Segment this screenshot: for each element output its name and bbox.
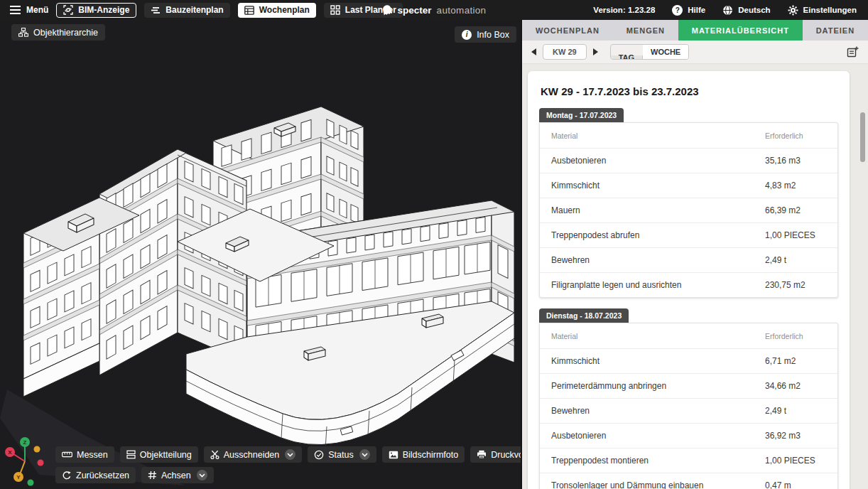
settings-button[interactable]: Einstellungen [788, 5, 857, 16]
printer-icon [477, 450, 487, 459]
info-box-label: Info Box [477, 30, 509, 40]
info-box-button[interactable]: i Info Box [455, 26, 516, 43]
screenshot-icon [389, 451, 398, 459]
table-row: Bewehren2,49 t [540, 399, 837, 424]
chevron-down-icon[interactable] [359, 449, 370, 460]
toolbar-label: Messen [77, 450, 108, 460]
cell-required: 1,00 PIECES [765, 456, 826, 466]
toolbar-label: Achsen [161, 471, 191, 480]
druckvorschau-button[interactable]: Druckvorschau [470, 446, 521, 463]
table-row: Treppenpodest montieren1,00 PIECES [540, 448, 837, 473]
material-table: MaterialErforderlichKimmschicht6,71 m2Pe… [539, 323, 838, 489]
ghost-icon [382, 4, 393, 16]
add-note-button[interactable] [847, 46, 859, 58]
side-panel: WOCHENPLANMENGENMATERIALÜBERSICHTDATEIEN… [521, 20, 868, 489]
table-row: Ausbetonieren36,92 m3 [540, 424, 837, 448]
menu-button[interactable]: Menü [10, 5, 48, 15]
language-label: Deutsch [738, 6, 770, 14]
hierarchy-tree-icon [18, 28, 28, 37]
axes-hash-icon [148, 471, 157, 480]
view-switcher: BIM-AnzeigeBauzeitenplanWochenplanLast P… [56, 3, 403, 18]
tab-wochenplan[interactable]: WOCHENPLAN [522, 20, 613, 41]
cell-required: 0,47 m [765, 480, 826, 489]
cell-required: 2,49 t [765, 406, 826, 416]
objektteilung-button[interactable]: Objektteilung [120, 446, 198, 463]
tab-dateien[interactable]: DATEIEN [803, 20, 868, 41]
nav-wochenplan[interactable]: Wochenplan [238, 3, 316, 18]
nav-bim-anzeige[interactable]: BIM-Anzeige [56, 3, 136, 18]
help-icon: ? [672, 5, 683, 16]
next-week-button[interactable] [593, 48, 598, 55]
cell-material: Kimmschicht [551, 356, 765, 366]
version-label: Version: 1.23.28 [593, 6, 655, 14]
axis-gizmo[interactable]: Z X Y [1, 434, 48, 488]
cell-material: Perimeterdämmung anbringen [551, 381, 765, 391]
brand-name: specter [398, 5, 432, 16]
toolbar-label: Bildschirmfoto [403, 450, 459, 460]
help-button[interactable]: ? Hilfe [672, 5, 705, 16]
language-button[interactable]: Deutsch [722, 5, 770, 16]
nav-label: Bauzeitenplan [166, 5, 223, 15]
nav-bauzeitenplan[interactable]: Bauzeitenplan [144, 3, 229, 18]
table-row: Ausbetonieren35,16 m3 [540, 149, 837, 173]
toggle-woche[interactable]: WOCHE [643, 45, 688, 59]
brand-logo: specter automation [382, 0, 487, 20]
gizmo-x-label: X [8, 449, 12, 456]
cell-material: Tronsolenlager und Dämmung einbauen [551, 480, 765, 489]
viewport-3d[interactable]: Objekthierarchie i Info Box Z X Y Messen… [0, 20, 521, 489]
achsen-button[interactable]: Achsen [141, 467, 214, 483]
grid-2x2-icon [330, 5, 340, 15]
building-model [0, 20, 521, 489]
cell-material: Bewehren [551, 406, 765, 416]
table-row: Kimmschicht4,83 m2 [540, 173, 837, 198]
cell-required: 2,49 t [765, 255, 826, 265]
cell-required: 35,16 m3 [765, 156, 826, 166]
status-button[interactable]: Status [308, 446, 376, 463]
table-row: Treppenpodest abrufen1,00 PIECES [540, 223, 837, 248]
viewport-toolbar: MessenObjektteilungAusschneidenStatusBil… [55, 442, 521, 483]
toolbar-label: Objektteilung [140, 450, 192, 460]
cell-material: Treppenpodest abrufen [551, 230, 765, 240]
status-check-icon [314, 450, 324, 460]
tab-materialuebersicht[interactable]: MATERIALÜBERSICHT [678, 20, 803, 41]
cell-required: 6,71 m2 [765, 356, 826, 366]
panel-tabs: WOCHENPLANMENGENMATERIALÜBERSICHTDATEIEN [522, 20, 868, 41]
object-hierarchy-button[interactable]: Objekthierarchie [11, 24, 105, 41]
nav-label: Wochenplan [259, 5, 310, 15]
scissors-icon [210, 450, 219, 459]
prev-week-button[interactable] [531, 48, 536, 55]
zuruecksetzen-button[interactable]: Zurücksetzen [55, 467, 136, 483]
toolbar-label: Status [328, 450, 353, 460]
table-header: MaterialErforderlich [540, 323, 837, 349]
bildschirmfoto-button[interactable]: Bildschirmfoto [382, 446, 465, 463]
material-table: MaterialErforderlichAusbetonieren35,16 m… [539, 122, 838, 298]
settings-label: Einstellungen [803, 6, 857, 14]
chevron-down-icon[interactable] [285, 449, 295, 460]
day-week-toggle: TAG WOCHE [610, 44, 690, 60]
day-section: Dienstag - 18.07.2023MaterialErforderlic… [539, 308, 838, 489]
toggle-tag[interactable]: TAG [611, 55, 643, 59]
week-heading: KW 29 - 17.7.2023 bis 23.7.2023 [541, 85, 838, 97]
day-badge: Dienstag - 18.07.2023 [539, 308, 629, 323]
gizmo-z-label: Z [23, 439, 27, 446]
nav-label: BIM-Anzeige [78, 5, 129, 15]
ausschneiden-button[interactable]: Ausschneiden [204, 446, 303, 463]
messen-button[interactable]: Messen [55, 446, 114, 463]
cell-material: Mauern [551, 205, 765, 215]
week-selector[interactable]: KW 29 [543, 44, 587, 60]
week-card: KW 29 - 17.7.2023 bis 23.7.2023 Montag -… [528, 71, 850, 489]
toolbar-label: Ausschneiden [224, 450, 280, 460]
cell-required: 36,92 m3 [765, 431, 826, 441]
reset-icon [62, 471, 72, 480]
cell-material: Bewehren [551, 255, 765, 265]
brand-suffix: automation [437, 5, 487, 16]
scrollbar-thumb[interactable] [860, 112, 865, 162]
hamburger-icon [10, 6, 21, 14]
object-hierarchy-label: Objekthierarchie [33, 28, 98, 38]
week-subbar: KW 29 TAG WOCHE [522, 41, 868, 64]
chevron-down-icon[interactable] [197, 470, 207, 480]
globe-icon [722, 5, 733, 16]
tab-mengen[interactable]: MENGEN [613, 20, 678, 41]
cell-material: Filigranplatte legen und ausrichten [551, 280, 765, 290]
day-section: Montag - 17.07.2023MaterialErforderlichA… [539, 108, 838, 298]
